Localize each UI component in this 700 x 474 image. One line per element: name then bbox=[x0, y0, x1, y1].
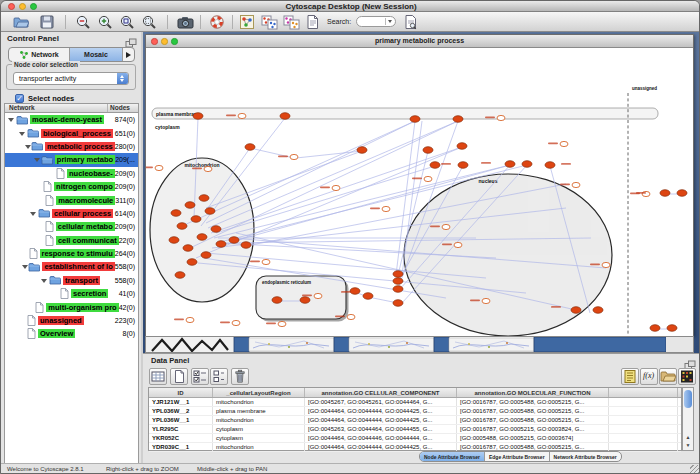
network-node[interactable] bbox=[350, 288, 360, 295]
network-node[interactable] bbox=[571, 307, 581, 314]
snapshot-button[interactable] bbox=[177, 14, 194, 30]
network-node[interactable] bbox=[241, 242, 251, 249]
disclosure-triangle-icon[interactable] bbox=[41, 276, 49, 285]
formula-builder-button[interactable]: f(x) bbox=[640, 368, 658, 385]
zoom-out-button[interactable] bbox=[75, 14, 92, 30]
tree-row[interactable]: biological_process651(0) bbox=[5, 126, 138, 139]
column-header[interactable]: annotation.GO MOLECULAR_FUNCTION bbox=[457, 388, 609, 397]
network-tree[interactable]: mosaic-demo-yeast874(0)biological_proces… bbox=[4, 113, 139, 474]
tree-row[interactable]: secretion41(0) bbox=[5, 287, 138, 300]
network-node[interactable] bbox=[169, 237, 179, 244]
column-header[interactable]: ID bbox=[149, 388, 213, 397]
network-node[interactable] bbox=[183, 245, 193, 252]
tree-row[interactable]: cellular process614(0) bbox=[5, 207, 138, 220]
network-node[interactable] bbox=[229, 237, 239, 244]
network-node[interactable] bbox=[457, 143, 467, 150]
network-node[interactable] bbox=[363, 293, 373, 300]
vizmapper-button[interactable] bbox=[239, 14, 256, 30]
network-node[interactable] bbox=[458, 162, 468, 169]
network-node-unselected[interactable] bbox=[442, 224, 450, 229]
filter-button[interactable] bbox=[305, 14, 322, 30]
network-node[interactable] bbox=[205, 208, 215, 215]
network-node[interactable] bbox=[357, 147, 367, 154]
network-node-unselected[interactable] bbox=[278, 321, 286, 326]
tree-row[interactable]: establishment of lo558(0) bbox=[5, 260, 138, 273]
network-node[interactable] bbox=[505, 161, 515, 168]
network-node[interactable] bbox=[453, 116, 463, 123]
select-nodes-checkbox[interactable]: ✓ bbox=[15, 94, 24, 103]
tree-row[interactable]: mosaic-demo-yeast874(0) bbox=[5, 113, 138, 126]
attribute-matrix-button[interactable] bbox=[678, 368, 696, 385]
network-node[interactable] bbox=[393, 300, 403, 307]
tree-row[interactable]: transport558(0) bbox=[5, 274, 138, 287]
disclosure-triangle-icon[interactable] bbox=[19, 129, 27, 138]
disclosure-triangle-icon[interactable] bbox=[8, 115, 16, 124]
node-color-dropdown[interactable]: transporter activity bbox=[13, 72, 129, 85]
network-node-unselected[interactable] bbox=[602, 262, 610, 267]
network-node[interactable] bbox=[187, 259, 197, 266]
enhanced-search-button[interactable] bbox=[403, 14, 420, 30]
tree-row[interactable]: cellular metabo209(0) bbox=[5, 220, 138, 233]
network-node[interactable] bbox=[199, 195, 209, 202]
network-node-unselected[interactable] bbox=[204, 166, 212, 171]
network-node-unselected[interactable] bbox=[347, 314, 355, 319]
network-node-unselected[interactable] bbox=[314, 293, 322, 298]
table-row[interactable]: YKR052Ccytoplasm[GO:0044464, GO:0044446,… bbox=[149, 434, 681, 443]
network-node-unselected[interactable] bbox=[382, 206, 390, 211]
new-attribute-button[interactable] bbox=[170, 368, 188, 385]
network-node-unselected[interactable] bbox=[332, 185, 340, 190]
network-node-unselected[interactable] bbox=[232, 320, 240, 325]
table-row[interactable]: YPL036W__1mitochondrion[GO:0044464, GO:0… bbox=[149, 416, 681, 425]
network-node-unselected[interactable] bbox=[262, 259, 270, 264]
minimized-window-thumbnail[interactable] bbox=[349, 338, 434, 351]
region-plasma-membrane[interactable] bbox=[152, 108, 658, 119]
network-overlay-b-button[interactable] bbox=[283, 14, 300, 30]
attribute-report-button[interactable] bbox=[621, 368, 639, 385]
network-node[interactable] bbox=[393, 278, 403, 285]
network-node[interactable] bbox=[593, 307, 603, 314]
network-node-unselected[interactable] bbox=[424, 176, 432, 181]
zoom-fit-button[interactable] bbox=[141, 14, 158, 30]
zoom-selected-button[interactable] bbox=[119, 14, 136, 30]
tree-row[interactable]: response to stimulu264(0) bbox=[5, 247, 138, 260]
tab-overflow-arrow-icon[interactable] bbox=[123, 48, 134, 61]
network-node-unselected[interactable] bbox=[454, 242, 462, 247]
network-node[interactable] bbox=[211, 226, 221, 233]
network-node[interactable] bbox=[245, 144, 255, 151]
minimized-window-bar[interactable] bbox=[434, 337, 449, 352]
import-attributes-button[interactable] bbox=[659, 368, 677, 385]
minimized-window-thumbnail[interactable] bbox=[449, 338, 534, 351]
tab-edge-attribute-browser[interactable]: Edge Attribute Browser bbox=[485, 452, 550, 461]
network-node[interactable] bbox=[197, 234, 207, 241]
tree-row[interactable]: nitrogen compo209(0) bbox=[5, 180, 138, 193]
open-file-button[interactable] bbox=[13, 14, 30, 30]
network-node[interactable] bbox=[171, 210, 181, 217]
network-node-unselected[interactable] bbox=[238, 113, 246, 118]
network-node[interactable] bbox=[423, 147, 433, 154]
tree-header-nodes[interactable]: Nodes bbox=[108, 104, 138, 112]
tree-header-network[interactable]: Network bbox=[5, 104, 108, 112]
tree-row[interactable]: primary metabo209(... bbox=[5, 153, 138, 166]
network-node-unselected[interactable] bbox=[186, 317, 194, 322]
save-button[interactable] bbox=[39, 14, 56, 30]
network-node[interactable] bbox=[522, 161, 532, 168]
tree-row[interactable]: nucleobase-209(0) bbox=[5, 167, 138, 180]
select-attributes-button[interactable] bbox=[191, 368, 209, 385]
network-node-unselected[interactable] bbox=[290, 154, 298, 159]
tree-row[interactable]: multi-organism pro42(0) bbox=[5, 300, 138, 313]
network-node-unselected[interactable] bbox=[572, 182, 580, 187]
tree-row[interactable]: macromolecule311(0) bbox=[5, 193, 138, 206]
tree-row[interactable]: cell communicat22(0) bbox=[5, 234, 138, 247]
network-node[interactable] bbox=[272, 297, 282, 304]
unselect-attributes-button[interactable] bbox=[210, 368, 228, 385]
network-node[interactable] bbox=[177, 223, 187, 230]
scrollbar-thumb[interactable] bbox=[684, 390, 692, 408]
zoom-in-button[interactable] bbox=[97, 14, 114, 30]
disclosure-triangle-icon[interactable] bbox=[30, 209, 38, 218]
column-header[interactable]: annotation.GO CELLULAR_COMPONENT bbox=[305, 388, 457, 397]
network-node-unselected[interactable] bbox=[482, 298, 490, 303]
minimized-window-bar[interactable] bbox=[334, 337, 349, 352]
network-node[interactable] bbox=[216, 241, 226, 248]
region-mitochondrion[interactable] bbox=[150, 158, 254, 302]
network-node-unselected[interactable] bbox=[497, 115, 505, 120]
